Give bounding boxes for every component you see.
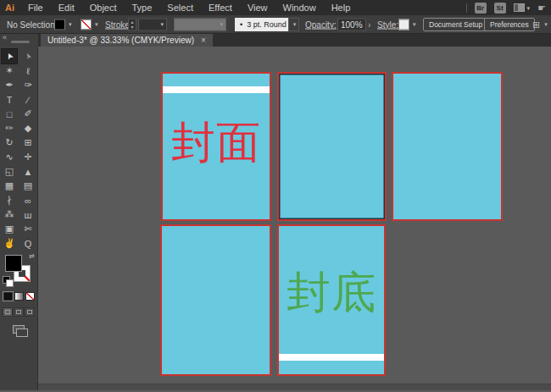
artboard-tool[interactable]: ▣ [2, 222, 17, 236]
gradient-tool[interactable]: ▤ [20, 179, 36, 193]
blend-tool[interactable]: ∞ [20, 193, 36, 207]
mesh-tool[interactable]: ▦ [2, 179, 17, 193]
magic-wand-tool[interactable]: ✶ [2, 63, 17, 78]
document-tab[interactable]: Untitled-3* @ 33.33% (CMYK/Preview) × [41, 34, 213, 47]
perspective-grid-icon: ▲ [24, 167, 33, 177]
opacity-label[interactable]: Opacity: [305, 19, 337, 29]
lasso-tool[interactable]: ℓ [20, 63, 36, 78]
draw-behind-button[interactable] [14, 307, 24, 317]
menu-effect[interactable]: Effect [201, 0, 240, 15]
gradient-icon: ▤ [24, 180, 32, 191]
stroke-weight-dropdown[interactable]: ▾ [138, 18, 167, 30]
perspective-grid-tool[interactable]: ▲ [20, 164, 36, 179]
artboard-back-cover[interactable]: 封底 [277, 224, 386, 376]
style-label[interactable]: Style: [377, 19, 398, 29]
workspace-layout-icon [514, 3, 525, 12]
pencil-tool[interactable]: ✏ [2, 121, 17, 135]
width-icon: ∿ [5, 152, 13, 163]
artboard-page-3[interactable] [392, 72, 503, 221]
column-graph-tool[interactable]: ш [20, 207, 36, 222]
selection-tool[interactable]: ➤ [2, 49, 17, 63]
slice-icon: ✄ [24, 224, 31, 235]
rectangle-tool[interactable]: □ [2, 107, 17, 121]
shape-builder-tool[interactable]: ◱ [2, 164, 17, 179]
gradient-button[interactable] [14, 292, 24, 301]
menu-type[interactable]: Type [125, 0, 160, 15]
canvas-area[interactable]: 封面 封底 [38, 47, 551, 390]
menu-help[interactable]: Help [324, 0, 359, 15]
swap-fill-stroke-icon[interactable]: ⇄ [29, 252, 35, 260]
stroke-none-swatch-icon [81, 19, 92, 30]
screen-mode-button[interactable] [13, 325, 25, 334]
zoom-tool[interactable]: Q [20, 236, 36, 251]
line-segment-tool[interactable]: ∕ [20, 92, 36, 107]
stroke-color-control[interactable]: ▾ [81, 19, 98, 30]
close-icon[interactable]: × [201, 36, 206, 45]
cover-text[interactable]: 封面 [163, 69, 270, 215]
chevron-down-icon: ▾ [413, 21, 416, 28]
fill-proxy[interactable] [5, 255, 22, 272]
draw-inside-button[interactable] [25, 307, 35, 317]
touch-workspace-icon[interactable]: ☛ [537, 3, 546, 14]
artboard-page-2[interactable] [277, 72, 387, 221]
menu-object[interactable]: Object [82, 0, 125, 15]
width-tool[interactable]: ∿ [2, 150, 17, 164]
menu-view[interactable]: View [240, 0, 276, 15]
pencil-icon: ✏ [5, 123, 13, 134]
stroke-weight-stepper[interactable]: ▴ ▾ [128, 18, 136, 30]
stepper-down-icon[interactable]: ▾ [131, 25, 133, 30]
panel-grip[interactable] [11, 41, 30, 43]
none-button[interactable] [25, 292, 35, 301]
hand-tool[interactable]: ✌ [2, 236, 17, 251]
graphic-styles-panel-button[interactable]: St [494, 3, 506, 14]
draw-normal-button[interactable] [3, 307, 13, 317]
paintbrush-tool[interactable]: ✐ [20, 107, 36, 121]
curvature-tool[interactable]: ✑ [20, 78, 36, 92]
fill-color-control[interactable]: ▾ [54, 19, 72, 30]
back-cover-text[interactable]: 封底 [279, 218, 384, 366]
tools-grid: ➤ ➢ ✶ ℓ ✒ ✑ T ∕ □ ✐ ✏ ◆ ↻ ⊞ ∿ ✛ ◱ ▲ ▦ ▤ … [2, 49, 36, 251]
rotate-icon: ↻ [5, 137, 13, 148]
eraser-tool[interactable]: ◆ [20, 121, 36, 135]
document-setup-button[interactable]: Document Setup [423, 18, 488, 31]
menu-edit[interactable]: Edit [51, 0, 82, 15]
style-control[interactable]: ▾ [398, 19, 416, 30]
artboard-icon: ▣ [5, 224, 14, 235]
chevron-down-icon: ▾ [220, 21, 223, 28]
brush-definition-dropdown[interactable]: • 3 pt. Round [235, 18, 292, 31]
workspace-switcher[interactable]: ▾ [514, 3, 531, 12]
brushes-panel-button[interactable]: Br [475, 3, 487, 14]
color-button[interactable] [3, 292, 13, 301]
menu-file[interactable]: File [20, 0, 51, 15]
blend-icon: ∞ [25, 196, 31, 206]
artboard-cover[interactable]: 封面 [161, 72, 271, 221]
eyedropper-tool[interactable]: ∤ [2, 193, 17, 207]
scale-icon: ⊞ [24, 137, 31, 148]
menu-window[interactable]: Window [276, 0, 324, 15]
brush-preview-icon: • [240, 20, 242, 29]
artboard-page-4[interactable] [160, 224, 271, 376]
tab-bar: « Untitled-3* @ 33.33% (CMYK/Preview) × [0, 34, 551, 47]
scale-tool[interactable]: ⊞ [20, 135, 36, 150]
menu-bar: Ai File Edit Object Type Select Effect V… [0, 0, 551, 15]
rotate-tool[interactable]: ↻ [2, 135, 17, 150]
slice-tool[interactable]: ✄ [20, 222, 36, 236]
default-fill-stroke-icon[interactable] [3, 276, 10, 284]
chevron-down-icon: ▾ [527, 5, 531, 11]
preferences-button[interactable]: Preferences [484, 18, 535, 31]
opacity-field[interactable]: 100% [337, 18, 366, 30]
align-options-control[interactable]: ⊞ ▾ [532, 19, 548, 30]
line-segment-icon: ∕ [27, 95, 29, 105]
direct-selection-tool[interactable]: ➢ [20, 49, 36, 63]
chevron-down-icon: ▾ [69, 21, 72, 28]
type-tool[interactable]: T [2, 92, 17, 107]
opacity-arrow-icon[interactable]: › [368, 19, 370, 29]
brush-definition-chevron[interactable]: ▾ [288, 18, 299, 31]
chevron-down-icon: ▾ [293, 21, 297, 28]
menu-select[interactable]: Select [159, 0, 201, 15]
magic-wand-icon: ✶ [5, 65, 13, 76]
puppet-warp-tool[interactable]: ✛ [20, 150, 36, 164]
pen-tool[interactable]: ✒ [2, 78, 17, 92]
collapse-panel-icon[interactable]: « [3, 33, 7, 41]
symbol-sprayer-tool[interactable]: ⁂ [2, 207, 17, 222]
